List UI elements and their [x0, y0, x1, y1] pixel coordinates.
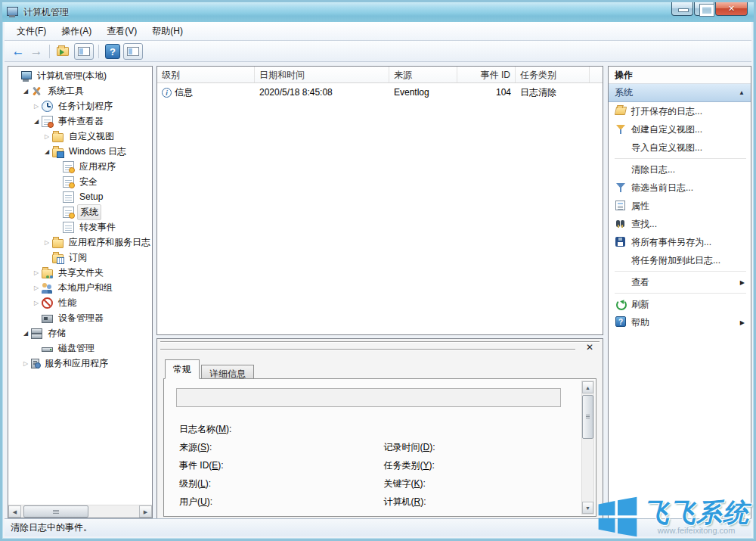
log-plain-icon [63, 191, 74, 203]
info-icon: i [162, 88, 172, 98]
scroll-left-icon[interactable]: ◀ [8, 505, 21, 518]
show-hide-tree-icon[interactable] [123, 43, 143, 60]
windows-logs-folder-icon [52, 148, 64, 157]
tree-item-custom-views[interactable]: ▷自定义视图 [8, 129, 152, 144]
tree-item-task-scheduler[interactable]: ▷任务计划程序 [8, 98, 152, 113]
action-save-all-events[interactable]: 将所有事件另存为... [609, 233, 751, 251]
tree-item-shared-folders[interactable]: ▷共享文件夹 [8, 265, 152, 280]
minimize-button[interactable] [671, 2, 693, 16]
expander-collapsed-icon[interactable]: ▷ [42, 133, 52, 140]
tree-horizontal-scrollbar[interactable]: ◀ ▶ [8, 505, 152, 518]
column-header-level[interactable]: 级别 [157, 67, 255, 82]
actions-section-system[interactable]: 系统 ▲ [609, 84, 751, 102]
expander-collapsed-icon[interactable]: ▷ [31, 269, 42, 276]
preview-vertical-scrollbar[interactable]: ▲ ▼ [581, 381, 594, 515]
expander-collapsed-icon[interactable]: ▷ [31, 103, 42, 110]
scrollbar-thumb[interactable] [582, 395, 593, 439]
field-label-computer: 计算机(R): [369, 496, 574, 508]
tree-item-windows-logs[interactable]: ◢Windows 日志 [8, 144, 152, 159]
expander-expanded-icon[interactable]: ◢ [20, 330, 31, 337]
field-label-task-category: 任务类别(Y): [369, 459, 574, 472]
computer-icon [20, 70, 32, 82]
event-list-panel: 级别 日期和时间 来源 事件 ID 任务类别 i信息 2020/5/18 8:4… [156, 66, 603, 335]
tab-general[interactable]: 常规 [165, 359, 200, 379]
title-bar[interactable]: 计算机管理 ✕ [2, 2, 754, 22]
menu-file[interactable]: 文件(F) [9, 23, 54, 40]
expander-expanded-icon[interactable]: ◢ [20, 88, 31, 95]
action-view[interactable]: 查看▶ [609, 273, 751, 291]
expander-collapsed-icon[interactable]: ▷ [20, 360, 31, 367]
menu-view[interactable]: 查看(V) [99, 23, 144, 40]
tree-item-app-services-logs[interactable]: ▷应用程序和服务日志 [8, 235, 152, 250]
action-filter-current-log[interactable]: 筛选当前日志... [609, 179, 751, 197]
tree-item-storage[interactable]: ◢存储 [8, 325, 152, 340]
action-open-saved-log[interactable]: 打开保存的日志... [609, 102, 751, 120]
action-create-custom-view[interactable]: 创建自定义视图... [609, 120, 751, 138]
scroll-down-icon[interactable]: ▼ [582, 502, 593, 514]
toolbar-separator [98, 45, 99, 58]
preview-pane: ✕ 常规 详细信息 日志名称(M): 来源(S): 记录时间(D): 事件 ID… [156, 338, 603, 520]
divider[interactable] [160, 341, 600, 343]
status-text: 清除日志中的事件。 [11, 522, 92, 533]
tree-item-local-users-groups[interactable]: ▷本地用户和组 [8, 280, 152, 295]
action-help[interactable]: ?帮助▶ [609, 313, 751, 331]
preview-close-icon[interactable]: ✕ [586, 343, 593, 352]
expander-collapsed-icon[interactable]: ▷ [42, 239, 52, 246]
tree-item-device-manager[interactable]: 设备管理器 [8, 310, 152, 325]
column-header-task-category[interactable]: 任务类别 [516, 67, 590, 82]
tree-item-system-log[interactable]: 系统 [8, 204, 152, 219]
disk-management-icon [42, 347, 53, 352]
event-description-box[interactable] [176, 388, 561, 407]
tree-item-computer-management[interactable]: 计算机管理(本地) [8, 68, 152, 83]
tree-item-setup-log[interactable]: Setup [8, 189, 152, 204]
menu-help[interactable]: 帮助(H) [144, 23, 191, 40]
event-level: 信息 [175, 86, 193, 99]
toolbar-separator [49, 45, 50, 58]
console-window-icon[interactable] [74, 43, 94, 60]
scroll-right-icon[interactable]: ▶ [139, 505, 152, 518]
services-icon [31, 359, 39, 368]
tree-item-event-viewer[interactable]: ◢事件查看器 [8, 113, 152, 129]
action-properties[interactable]: 属性 [609, 197, 751, 215]
tree-item-performance[interactable]: ▷性能 [8, 295, 152, 310]
event-row[interactable]: i信息 2020/5/18 8:45:08 Eventlog 104 日志清除 [157, 83, 603, 101]
expander-expanded-icon[interactable]: ◢ [31, 118, 42, 125]
forward-icon[interactable]: → [27, 44, 45, 59]
field-label-keywords: 关键字(K): [369, 477, 574, 490]
export-list-icon[interactable] [54, 43, 73, 60]
close-button[interactable]: ✕ [715, 2, 748, 16]
tree-item-system-tools[interactable]: ◢系统工具 [8, 83, 152, 98]
collapse-section-icon[interactable]: ▲ [739, 89, 745, 96]
help-icon[interactable]: ? [105, 44, 120, 59]
tree-item-application-log[interactable]: 应用程序 [8, 159, 152, 174]
action-clear-log[interactable]: 清除日志... [609, 160, 751, 179]
tree-item-security-log[interactable]: 安全 [8, 174, 152, 189]
tree-item-disk-management[interactable]: 磁盘管理 [8, 340, 152, 356]
folder-icon [52, 239, 64, 248]
divider [160, 349, 575, 350]
scrollbar-thumb[interactable] [23, 505, 88, 518]
create-custom-view-filter-icon [615, 123, 631, 135]
maximize-button[interactable] [694, 2, 714, 16]
action-import-custom-view[interactable]: 导入自定义视图... [609, 138, 751, 157]
tree-item-subscriptions[interactable]: 订阅 [8, 250, 152, 265]
column-header-source[interactable]: 来源 [389, 67, 457, 82]
tab-details[interactable]: 详细信息 [201, 365, 254, 379]
column-header-event-id[interactable]: 事件 ID [457, 67, 516, 82]
action-attach-task[interactable]: 将任务附加到此日志... [609, 251, 751, 269]
menu-action[interactable]: 操作(A) [54, 23, 99, 40]
field-label-source: 来源(S): [164, 441, 369, 454]
scroll-up-icon[interactable]: ▲ [582, 381, 593, 393]
task-scheduler-icon [42, 101, 53, 112]
field-label-level: 级别(L): [164, 477, 369, 490]
action-refresh[interactable]: 刷新 [609, 295, 751, 313]
action-find[interactable]: 查找... [609, 215, 751, 233]
expander-collapsed-icon[interactable]: ▷ [31, 284, 42, 291]
tree-item-services-applications[interactable]: ▷服务和应用程序 [8, 356, 152, 371]
binoculars-icon [615, 218, 631, 230]
expander-collapsed-icon[interactable]: ▷ [31, 300, 42, 306]
tree-item-forwarded-events[interactable]: 转发事件 [8, 219, 152, 235]
back-icon[interactable]: ← [9, 44, 27, 59]
column-header-datetime[interactable]: 日期和时间 [255, 67, 389, 82]
expander-expanded-icon[interactable]: ◢ [42, 148, 52, 155]
